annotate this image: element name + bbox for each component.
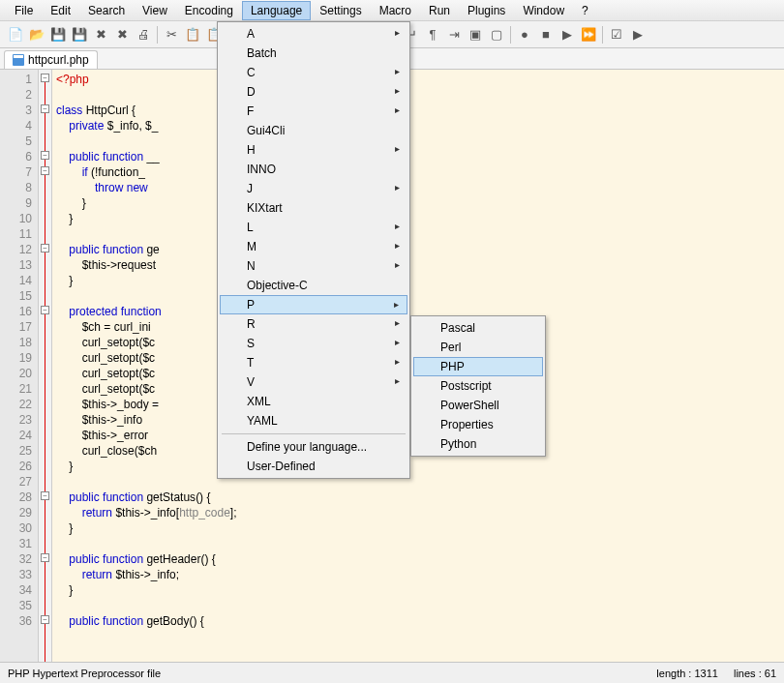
language-menu: ABatchCDFGui4CliHINNOJKIXtartLMNObjectiv…	[217, 21, 410, 479]
menu-language[interactable]: Language	[242, 1, 311, 20]
line-number-gutter: 1234567891011121314151617181920212223242…	[0, 70, 39, 662]
menu-plugins[interactable]: Plugins	[459, 1, 514, 20]
fold-toggle[interactable]: −	[41, 306, 49, 314]
menubar: FileEditSearchViewEncodingLanguageSettin…	[0, 0, 784, 21]
menu-settings[interactable]: Settings	[311, 1, 370, 20]
language-p-submenu: PascalPerlPHPPostscriptPowerShellPropert…	[410, 315, 546, 457]
save-all-icon[interactable]: 💾	[70, 25, 89, 45]
lang-item-define-your-language-[interactable]: Define your language...	[220, 437, 407, 457]
copy-icon[interactable]: 📋	[183, 25, 202, 45]
lang-item-v[interactable]: V	[220, 372, 407, 392]
fold-toggle[interactable]: −	[41, 553, 49, 562]
fold-icon[interactable]: ▣	[466, 25, 485, 45]
file-icon	[13, 54, 24, 66]
lang-p-perl[interactable]: Perl	[413, 338, 543, 357]
lang-p-python[interactable]: Python	[413, 434, 543, 454]
fold-toggle[interactable]: −	[41, 491, 49, 500]
lang-item-t[interactable]: T	[220, 353, 407, 372]
close-icon[interactable]: ✖	[91, 25, 110, 45]
fold-toggle[interactable]: −	[41, 166, 49, 175]
fold-toggle[interactable]: −	[41, 615, 49, 624]
menu-?[interactable]: ?	[573, 1, 597, 20]
lang-item-xml[interactable]: XML	[220, 392, 407, 411]
lang-item-s[interactable]: S	[220, 334, 407, 353]
lang-item-r[interactable]: R	[220, 314, 407, 334]
stop-icon[interactable]: ■	[536, 25, 556, 45]
lang-p-php[interactable]: PHP	[413, 357, 543, 376]
lang-p-postscript[interactable]: Postscript	[413, 376, 543, 396]
all-chars-icon[interactable]: ¶	[423, 25, 442, 45]
menu-edit[interactable]: Edit	[42, 1, 79, 20]
unfold-icon[interactable]: ▢	[487, 25, 506, 45]
new-icon[interactable]: 📄	[6, 25, 25, 45]
record-icon[interactable]: ●	[515, 25, 534, 45]
lang-p-powershell[interactable]: PowerShell	[413, 396, 543, 415]
lang-p-pascal[interactable]: Pascal	[413, 318, 543, 338]
fold-toggle[interactable]: −	[41, 244, 49, 252]
menu-macro[interactable]: Macro	[371, 1, 420, 20]
save-icon[interactable]: 💾	[48, 25, 68, 45]
open-icon[interactable]: 📂	[27, 25, 46, 45]
play-icon[interactable]: ▶	[558, 25, 577, 45]
print-icon[interactable]: 🖨	[134, 25, 153, 45]
fold-toggle[interactable]: −	[41, 151, 49, 160]
close-all-icon[interactable]: ✖	[112, 25, 132, 45]
tab-label: httpcurl.php	[28, 53, 89, 67]
lang-item-user-defined[interactable]: User-Defined	[220, 457, 407, 476]
lang-item-p[interactable]: P	[220, 295, 407, 314]
lang-item-m[interactable]: M	[220, 237, 407, 256]
lang-item-gui4cli[interactable]: Gui4Cli	[220, 121, 407, 140]
menu-view[interactable]: View	[134, 1, 176, 20]
indent-icon[interactable]: ⇥	[444, 25, 464, 45]
lang-item-batch[interactable]: Batch	[220, 44, 407, 63]
toggle-icon[interactable]: ☑	[607, 25, 626, 45]
cut-icon[interactable]: ✂	[162, 25, 181, 45]
fold-margin[interactable]: −−−−−−−−−	[39, 70, 52, 662]
lang-item-h[interactable]: H	[220, 140, 407, 160]
status-filetype: PHP Hypertext Preprocessor file	[8, 668, 161, 679]
tab-httpcurl[interactable]: httpcurl.php	[4, 50, 98, 69]
menu-encoding[interactable]: Encoding	[176, 1, 242, 20]
fold-toggle[interactable]: −	[41, 74, 49, 82]
lang-p-properties[interactable]: Properties	[413, 415, 543, 434]
menu-run[interactable]: Run	[420, 1, 459, 20]
lang-item-a[interactable]: A	[220, 24, 407, 44]
lang-item-inno[interactable]: INNO	[220, 160, 407, 179]
lang-item-c[interactable]: C	[220, 63, 407, 82]
lang-item-f[interactable]: F	[220, 102, 407, 121]
menu-window[interactable]: Window	[514, 1, 573, 20]
fold-toggle[interactable]: −	[41, 104, 49, 113]
status-lines: lines : 61	[734, 668, 776, 679]
menu-search[interactable]: Search	[79, 1, 134, 20]
lang-item-l[interactable]: L	[220, 218, 407, 237]
lang-item-n[interactable]: N	[220, 256, 407, 276]
fast-icon[interactable]: ⏩	[579, 25, 598, 45]
lang-item-kixtart[interactable]: KIXtart	[220, 198, 407, 218]
lang-item-objective-c[interactable]: Objective-C	[220, 276, 407, 295]
status-length: length : 1311	[656, 668, 718, 679]
run-icon[interactable]: ▶	[628, 25, 648, 45]
lang-item-j[interactable]: J	[220, 179, 407, 198]
lang-item-d[interactable]: D	[220, 82, 407, 102]
lang-item-yaml[interactable]: YAML	[220, 411, 407, 431]
menu-file[interactable]: File	[6, 1, 42, 20]
status-bar: PHP Hypertext Preprocessor file length :…	[0, 662, 784, 683]
